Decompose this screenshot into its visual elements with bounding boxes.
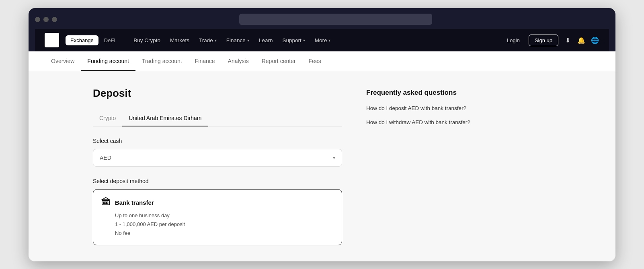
method-details: Up to one business day 1 - 1,000,000 AED… [101, 211, 334, 238]
method-detail-range: 1 - 1,000,000 AED per deposit [115, 220, 334, 229]
exchange-toggle[interactable]: Exchange [66, 35, 98, 45]
cash-dropdown[interactable]: AED ▾ [93, 149, 342, 167]
address-bar[interactable] [239, 14, 432, 25]
bank-transfer-card[interactable]: Bank transfer Up to one business day 1 -… [93, 189, 342, 245]
select-cash-label: Select cash [93, 138, 342, 144]
logo-icon [45, 33, 59, 47]
faq-item-2[interactable]: How do I withdraw AED with bank transfer… [366, 119, 470, 126]
svg-rect-6 [104, 202, 105, 204]
svg-rect-0 [46, 37, 49, 40]
support-chevron: ▾ [303, 38, 305, 43]
minimize-button[interactable] [43, 17, 49, 22]
nav-learn[interactable]: Learn [255, 34, 277, 47]
nav-links: Buy Crypto Markets Trade ▾ Finance ▾ Lea… [129, 34, 503, 47]
sub-nav-finance[interactable]: Finance [189, 51, 222, 71]
faq-section: Frequently asked questions How do I depo… [366, 87, 470, 245]
svg-rect-7 [105, 202, 107, 204]
nav-right: Login Sign up ⬇ 🔔 🌐 [503, 35, 599, 46]
nav-more[interactable]: More ▾ [311, 34, 335, 47]
svg-rect-2 [54, 37, 57, 40]
faq-title: Frequently asked questions [366, 89, 470, 97]
logo[interactable] [45, 33, 59, 47]
svg-rect-8 [107, 202, 108, 204]
close-button[interactable] [35, 17, 40, 22]
svg-rect-5 [102, 200, 109, 205]
browser-top-bar [35, 14, 609, 25]
svg-rect-4 [54, 41, 57, 44]
deposit-tabs: Crypto United Arab Emirates Dirham [93, 111, 342, 126]
bell-icon[interactable]: 🔔 [577, 36, 586, 45]
maximize-button[interactable] [52, 17, 57, 22]
nav-markets[interactable]: Markets [166, 34, 193, 47]
sub-nav-report-center[interactable]: Report center [255, 51, 302, 71]
globe-icon[interactable]: 🌐 [591, 36, 599, 45]
svg-rect-3 [46, 41, 49, 44]
sub-nav: Overview Funding account Trading account… [29, 51, 615, 71]
sub-nav-fees[interactable]: Fees [302, 51, 328, 71]
browser-window: Exchange DeFi Buy Crypto Markets Trade ▾… [29, 8, 615, 261]
tab-aed[interactable]: United Arab Emirates Dirham [122, 111, 208, 126]
sub-nav-funding-account[interactable]: Funding account [81, 51, 135, 71]
nav-finance[interactable]: Finance ▾ [222, 34, 253, 47]
browser-chrome: Exchange DeFi Buy Crypto Markets Trade ▾… [29, 8, 615, 51]
main-content: Deposit Crypto United Arab Emirates Dirh… [29, 71, 615, 261]
trade-chevron: ▾ [215, 38, 217, 43]
nav-trade[interactable]: Trade ▾ [195, 34, 221, 47]
method-detail-fee: No fee [115, 229, 334, 238]
finance-chevron: ▾ [247, 38, 249, 43]
nav-buy-crypto[interactable]: Buy Crypto [129, 34, 164, 47]
faq-item-1[interactable]: How do I deposit AED with bank transfer? [366, 105, 470, 112]
svg-rect-1 [50, 37, 53, 40]
bank-icon [101, 197, 110, 208]
nav-toggle: Exchange DeFi [66, 35, 120, 45]
sub-nav-overview[interactable]: Overview [45, 51, 81, 71]
more-chevron: ▾ [328, 38, 330, 43]
tab-crypto[interactable]: Crypto [93, 111, 122, 126]
cash-dropdown-value: AED [100, 155, 111, 161]
nav-support[interactable]: Support ▾ [278, 34, 309, 47]
deposit-title: Deposit [93, 87, 342, 100]
login-button[interactable]: Login [503, 35, 524, 46]
dropdown-chevron-icon: ▾ [333, 155, 335, 161]
method-detail-time: Up to one business day [115, 211, 334, 220]
method-card-header: Bank transfer [101, 197, 334, 208]
sub-nav-trading-account[interactable]: Trading account [135, 51, 189, 71]
download-icon[interactable]: ⬇ [563, 36, 572, 45]
defi-toggle[interactable]: DeFi [99, 35, 120, 45]
sub-nav-analysis[interactable]: Analysis [222, 51, 255, 71]
navbar: Exchange DeFi Buy Crypto Markets Trade ▾… [35, 29, 609, 51]
deposit-method-label: Select deposit method [93, 178, 342, 184]
deposit-section: Deposit Crypto United Arab Emirates Dirh… [93, 87, 342, 245]
signup-button[interactable]: Sign up [529, 35, 558, 46]
bank-transfer-title: Bank transfer [115, 199, 154, 206]
window-controls [35, 17, 57, 22]
